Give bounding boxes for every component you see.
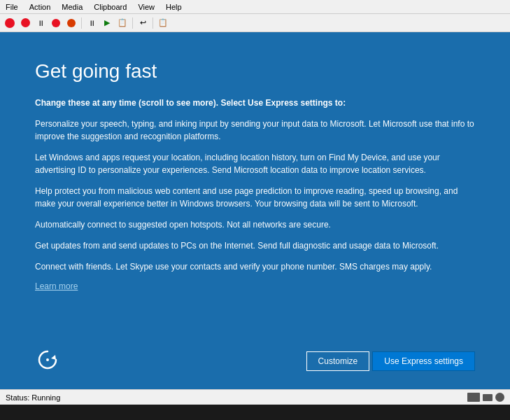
tb-play[interactable]: ▶ (100, 16, 114, 30)
tb-back[interactable]: ↩ (136, 16, 150, 30)
paragraph-6: Connect with friends. Let Skype use your… (35, 260, 475, 273)
menu-media[interactable]: Media (59, 2, 85, 12)
paragraph-4: Automatically connect to suggested open … (35, 218, 475, 231)
paragraph-2: Let Windows and apps request your locati… (35, 151, 475, 176)
paragraph-1: Personalize your speech, typing, and ink… (35, 118, 475, 143)
tb-separator-1 (81, 18, 82, 29)
toolbar: ⏸ ⏸ ▶ 📋 ↩ 📋 (0, 14, 510, 32)
tb-pause2[interactable]: ⏸ (85, 16, 99, 30)
menu-clipboard[interactable]: Clipboard (91, 2, 129, 12)
svg-point-1 (46, 358, 49, 361)
monitor-icon (467, 393, 480, 402)
tb-stop[interactable] (3, 16, 17, 30)
refresh-icon (35, 347, 60, 375)
subtitle: Change these at any time (scroll to see … (35, 98, 475, 108)
page-title: Get going fast (35, 60, 475, 83)
customize-button[interactable]: Customize (306, 351, 370, 371)
tb-record[interactable] (18, 16, 32, 30)
menu-bar: File Action Media Clipboard View Help (0, 0, 510, 14)
paragraph-5: Get updates from and send updates to PCs… (35, 239, 475, 252)
user-icon (495, 393, 504, 402)
status-text: Status: Running (6, 393, 60, 402)
tb-circle-red[interactable] (49, 16, 63, 30)
menu-view[interactable]: View (135, 2, 157, 12)
tb-separator-2 (132, 18, 133, 29)
tb-clipboard2[interactable]: 📋 (156, 16, 170, 30)
keyboard-icon (483, 394, 493, 401)
use-express-settings-button[interactable]: Use Express settings (372, 351, 475, 371)
status-bar: Status: Running (0, 389, 510, 405)
main-content: Get going fast Change these at any time … (0, 32, 510, 389)
learn-more-link[interactable]: Learn more (35, 281, 475, 291)
action-buttons: Customize Use Express settings (306, 351, 475, 371)
svg-marker-0 (51, 355, 56, 360)
tb-clipboard-icon[interactable]: 📋 (115, 16, 129, 30)
tb-pause[interactable]: ⏸ (34, 16, 48, 30)
tb-circle-orange[interactable] (64, 16, 78, 30)
status-icons (467, 393, 504, 402)
bottom-row: Customize Use Express settings (35, 342, 475, 375)
menu-file[interactable]: File (3, 2, 21, 12)
menu-help[interactable]: Help (163, 2, 185, 12)
tb-separator-3 (153, 18, 153, 29)
menu-action[interactable]: Action (27, 2, 54, 12)
paragraph-3: Help protect you from malicious web cont… (35, 185, 475, 210)
